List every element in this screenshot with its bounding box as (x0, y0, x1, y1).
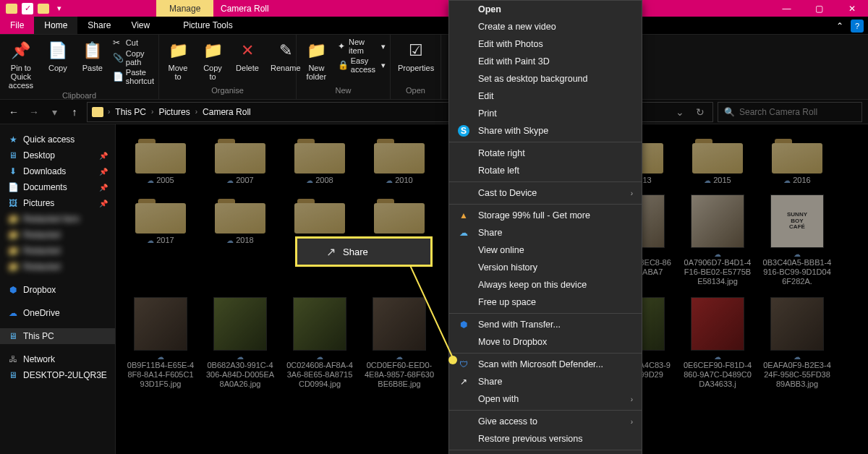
ctx-print[interactable]: Print (449, 105, 642, 122)
ctx-send-transfer[interactable]: ⬢Send with Transfer... (449, 316, 642, 333)
paste-shortcut-button[interactable]: 📄Paste shortcut (113, 68, 154, 85)
search-input[interactable]: 🔍 Search Camera Roll (718, 102, 862, 122)
ctx-open[interactable]: Open (449, 1, 642, 18)
image-item[interactable]: ☁0C024608-AF8A-43A6-8E65-8A8715CD0994.jp… (282, 297, 357, 390)
recent-dropdown[interactable]: ▾ (46, 104, 62, 120)
properties-button[interactable]: ☑Properties (395, 38, 437, 74)
folder-item[interactable]: ☁2007 (203, 134, 278, 184)
image-item[interactable]: ☁0B9F11B4-E65E-48F8-8A14-F605C193D1F5.jp… (123, 297, 198, 390)
cloud-icon: ☁ (793, 353, 801, 361)
sidebar-downloads[interactable]: ⬇Downloads📌 (0, 163, 115, 179)
ctx-rotate-left[interactable]: Rotate left (449, 162, 642, 179)
sidebar-onedrive[interactable]: ☁OneDrive (0, 305, 115, 321)
cloud-icon: ☁ (147, 176, 154, 184)
image-item[interactable]: ☁0E6CEF90-F81D-4860-9A7C-D489C0DA34633.j (680, 297, 755, 390)
new-item-button[interactable]: ✦New item▾ (338, 38, 386, 55)
tab-picture-tools[interactable]: Picture Tools (173, 17, 242, 34)
folder-icon (772, 134, 822, 174)
image-item[interactable]: ☁0A7906D7-B4D1-4F16-BE02-E5775BE58134.jp… (680, 194, 755, 287)
ctx-set-background[interactable]: Set as desktop background (449, 70, 642, 87)
sidebar-pictures[interactable]: 🖼Pictures📌 (0, 195, 115, 211)
ctx-view-online[interactable]: View online (449, 241, 642, 259)
refresh-button[interactable]: ↻ (692, 104, 708, 120)
tab-share[interactable]: Share (77, 17, 121, 34)
tab-file[interactable]: File (0, 17, 34, 34)
folder-item[interactable]: ☁2017 (123, 194, 198, 287)
minimize-button[interactable]: — (770, 0, 803, 17)
tab-home[interactable]: Home (34, 17, 77, 34)
ctx-share-skype[interactable]: SShare with Skype (449, 122, 642, 140)
copy-path-button[interactable]: 📎Copy path (113, 49, 154, 67)
ctx-version-history[interactable]: Version history (449, 259, 642, 276)
image-item[interactable]: ☁0CD0EF60-EED0-4E8A-9857-68F630BE6B8E.jp… (362, 297, 437, 390)
cut-button[interactable]: ✂Cut (113, 38, 154, 48)
sidebar-thispc[interactable]: 🖥This PC (0, 328, 115, 344)
ctx-cast[interactable]: Cast to Device› (449, 184, 642, 202)
image-item[interactable]: SUNNYBOYCAFÉ ☁0B3C40A5-BBB1-4916-BC99-9D… (760, 194, 835, 287)
chevron-right-icon[interactable]: › (194, 108, 199, 116)
sidebar-desktop[interactable]: 🖥Desktop📌 (0, 147, 115, 163)
maximize-button[interactable]: ▢ (803, 0, 835, 17)
ctx-share-onedrive[interactable]: ☁Share (449, 224, 642, 241)
forward-button[interactable]: → (26, 104, 42, 120)
sidebar-item-blurred[interactable]: 📁Redacted (0, 243, 115, 259)
ctx-restore-prev[interactable]: Restore previous versions (449, 430, 642, 447)
ctx-always-keep[interactable]: Always keep on this device (449, 276, 642, 294)
cloud-icon: ☁ (793, 250, 801, 258)
newfolder-button[interactable]: 📁New folder (301, 38, 332, 82)
chevron-right-icon[interactable]: › (150, 108, 155, 116)
copy-button[interactable]: 📄Copy (43, 38, 72, 74)
ctx-edit-paint3d[interactable]: Edit with Paint 3D (449, 53, 642, 70)
dropdown-icon[interactable]: ▾ (54, 3, 65, 14)
moveto-button[interactable]: 📁Move to (163, 38, 192, 82)
chevron-up-icon[interactable]: ⌃ (833, 20, 846, 33)
folder-copy-icon: 📁 (201, 39, 224, 62)
image-item[interactable]: ☁0B682A30-991C-4306-A84D-D005EA8A0A26.jp… (203, 297, 278, 390)
close-button[interactable]: ✕ (835, 0, 868, 17)
sidebar-quick-access[interactable]: ★Quick access (0, 132, 115, 147)
ctx-storage-full[interactable]: ▲Storage 99% full - Get more (449, 207, 642, 224)
crumb-pictures[interactable]: Pictures (156, 107, 192, 117)
sidebar-item-blurred[interactable]: 📁Redacted (0, 259, 115, 275)
copyto-button[interactable]: 📁Copy to (198, 38, 227, 82)
ctx-scan-defender[interactable]: 🛡Scan with Microsoft Defender... (449, 356, 642, 373)
folder-item[interactable]: ☁2010 (362, 134, 437, 184)
ctx-edit[interactable]: Edit (449, 87, 642, 105)
checkbox-icon[interactable]: ✓ (22, 3, 33, 14)
ctx-give-access[interactable]: Give access to› (449, 413, 642, 430)
share-callout-highlight: ↗ Share (295, 236, 433, 267)
address-dropdown[interactable]: ⌄ (672, 104, 688, 120)
help-button[interactable]: ? (851, 20, 864, 33)
sidebar-item-blurred[interactable]: 📁Redacted Item (0, 211, 115, 227)
ctx-edit-photos[interactable]: Edit with Photos (449, 35, 642, 53)
back-button[interactable]: ← (6, 104, 22, 120)
pin-button[interactable]: 📌Pin to Quick access (4, 38, 38, 91)
folder-item[interactable]: ☁2015 (680, 134, 755, 184)
easy-access-button[interactable]: 🔒Easy access▾ (338, 56, 386, 74)
up-button[interactable]: ↑ (67, 104, 82, 120)
sidebar-network[interactable]: 🖧Network (0, 351, 115, 367)
folder-item[interactable]: ☁2016 (760, 134, 835, 184)
sidebar-remote-pc[interactable]: 🖥DESKTOP-2ULQR3E (0, 367, 115, 383)
crumb-thispc[interactable]: This PC (113, 107, 148, 117)
ctx-share[interactable]: ↗Share (449, 373, 642, 390)
ctx-open-with[interactable]: Open with› (449, 390, 642, 408)
ctx-free-space[interactable]: Free up space (449, 294, 642, 311)
sidebar-dropbox[interactable]: ⬢Dropbox (0, 282, 115, 298)
folder-icon[interactable] (38, 4, 49, 14)
chevron-right-icon[interactable]: › (106, 108, 111, 116)
ctx-move-dropbox[interactable]: Move to Dropbox (449, 333, 642, 351)
folder-item[interactable]: ☁2005 (123, 134, 198, 184)
sidebar-documents[interactable]: 📄Documents📌 (0, 179, 115, 195)
tab-view[interactable]: View (121, 17, 160, 34)
folder-item[interactable]: ☁2018 (203, 194, 278, 287)
image-item[interactable]: ☁0EAFA0F9-B2E3-424F-958C-55FD3889ABB3.jp… (760, 297, 835, 390)
delete-button[interactable]: ✕Delete (233, 38, 262, 74)
folder-item[interactable]: ☁2008 (282, 134, 357, 184)
manage-tab[interactable]: Manage (156, 0, 213, 17)
sidebar-item-blurred[interactable]: 📁Redacted (0, 227, 115, 243)
ctx-rotate-right[interactable]: Rotate right (449, 145, 642, 162)
ctx-create-video[interactable]: Create a new video (449, 18, 642, 35)
paste-button[interactable]: 📋Paste (78, 38, 107, 74)
crumb-cameraroll[interactable]: Camera Roll (200, 107, 253, 117)
